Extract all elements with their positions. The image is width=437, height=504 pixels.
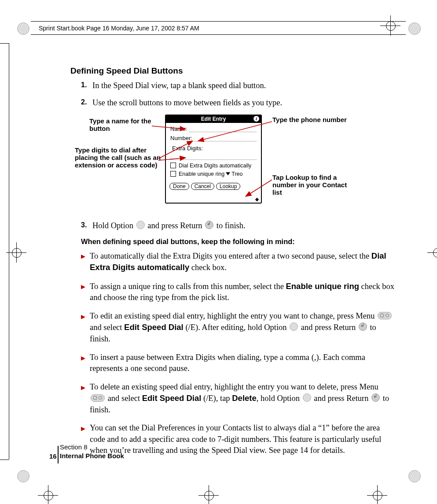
- bullet-3: ▶ To edit an existing speed dial entry, …: [81, 311, 396, 345]
- resize-handle-icon: [255, 198, 259, 201]
- callout-extradigits: Type digits to dial after placing the ca…: [75, 146, 163, 169]
- lookup-button: Lookup: [216, 183, 240, 190]
- text: To delete an existing speed dial entry, …: [90, 382, 378, 391]
- text: and select: [106, 394, 142, 403]
- footer-section: Section 8: [60, 443, 124, 452]
- text: , hold Option: [257, 394, 302, 403]
- number-label: Number:: [170, 135, 192, 141]
- chk-unique-ring-label: Enable unique ring: [179, 171, 224, 177]
- bold-text: Enable unique ring: [286, 282, 359, 291]
- step-text: Use the scroll buttons to move between f…: [92, 97, 396, 108]
- footer-rule: [58, 446, 59, 463]
- info-icon: i: [253, 116, 259, 122]
- bold-text: Delete: [232, 393, 257, 403]
- text: (/E). After editing, hold Option: [184, 323, 289, 332]
- text: and press Return: [146, 221, 205, 230]
- callout-lookup: Tap Lookup to find a number in your Cont…: [272, 174, 356, 196]
- note-heading: When defining speed dial buttons, keep t…: [81, 237, 396, 246]
- callout-number: Type the phone number: [272, 116, 347, 123]
- text: to finish.: [214, 221, 245, 230]
- option-key-icon: [303, 393, 311, 402]
- text: To edit an existing speed dial entry, hi…: [90, 311, 377, 320]
- text: To automatically dial the Extra Digits y…: [90, 252, 371, 260]
- return-key-icon: [371, 393, 380, 402]
- text: and press Return: [312, 394, 371, 403]
- step-num: 2.: [81, 97, 92, 108]
- step-1: 1. In the Speed Dial view, tap a blank s…: [81, 80, 396, 91]
- bold-text: Edit Speed Dial: [142, 393, 202, 403]
- menu-key-icon: [91, 394, 105, 402]
- page-content: Defining Speed Dial Buttons 1. In the Sp…: [70, 66, 396, 463]
- return-key-icon: [359, 322, 367, 331]
- page-number: 16: [49, 452, 57, 460]
- dialog-title: Edit Entry i: [166, 115, 261, 123]
- footer: Section 8 Internal Phone Book: [60, 443, 124, 460]
- text: check box.: [189, 263, 227, 272]
- option-key-icon: [290, 322, 298, 331]
- figure: Type a name for the button Type digits t…: [70, 115, 396, 216]
- bold-text: Edit Speed Dial: [124, 322, 184, 332]
- text: and press Return: [299, 323, 358, 332]
- text: You can set the Dial Preferences in your…: [90, 422, 396, 456]
- extra-label: Extra Digits:: [172, 145, 203, 152]
- menu-key-icon: [378, 312, 392, 319]
- step-num: 3.: [81, 220, 92, 231]
- text: To insert a pause between Extra Digits w…: [90, 352, 396, 374]
- name-label: Name:: [170, 126, 187, 132]
- step-3: 3. Hold Option and press Return to finis…: [81, 220, 396, 231]
- bullet-6: ▶ You can set the Dial Preferences in yo…: [81, 422, 396, 456]
- step-text: Hold Option and press Return to finish.: [92, 220, 396, 231]
- cancel-button: Cancel: [191, 183, 214, 190]
- dialog-title-text: Edit Entry: [201, 116, 226, 122]
- bullet-icon: ▶: [81, 252, 85, 274]
- edit-entry-dialog: Edit Entry i Name: Number: Extra Digits:…: [165, 115, 262, 204]
- bullet-4: ▶ To insert a pause between Extra Digits…: [81, 352, 396, 374]
- return-key-icon: [205, 221, 213, 229]
- text: Hold Option: [92, 221, 136, 230]
- bullet-icon: ▶: [81, 283, 85, 304]
- chk-unique-ring: [170, 171, 176, 177]
- ring-value: Treo: [231, 171, 242, 177]
- bullet-2: ▶ To assign a unique ring to calls from …: [81, 281, 396, 304]
- dropdown-icon: [226, 172, 230, 175]
- step-text: In the Speed Dial view, tap a blank spee…: [92, 80, 396, 91]
- callout-name: Type a name for the button: [89, 117, 160, 133]
- bullet-5: ▶ To delete an existing speed dial entry…: [81, 382, 396, 416]
- bullet-icon: ▶: [81, 313, 85, 345]
- text: To assign a unique ring to calls from th…: [90, 282, 286, 291]
- chk-dial-extra-label: Dial Extra Digits automatically: [179, 163, 251, 169]
- bullet-icon: ▶: [81, 384, 85, 416]
- step-2: 2. Use the scroll buttons to move betwee…: [81, 97, 396, 108]
- chk-dial-extra: [170, 163, 176, 168]
- step-num: 1.: [81, 80, 92, 91]
- done-button: Done: [169, 183, 189, 190]
- section-title: Defining Speed Dial Buttons: [70, 66, 396, 76]
- text: and select: [90, 323, 124, 332]
- text: (/E), tap: [201, 394, 232, 403]
- book-header: Sprint Start.book Page 16 Monday, June 1…: [39, 25, 199, 32]
- footer-title: Internal Phone Book: [60, 452, 124, 460]
- bullet-1: ▶ To automatically dial the Extra Digits…: [81, 250, 396, 274]
- option-key-icon: [136, 221, 145, 229]
- bullet-icon: ▶: [81, 354, 85, 374]
